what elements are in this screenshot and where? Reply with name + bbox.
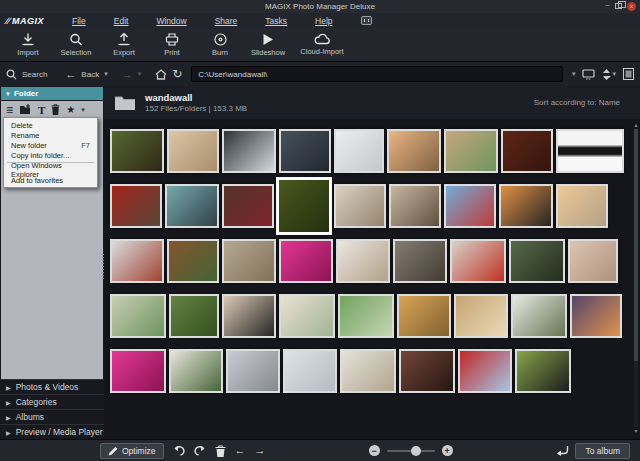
folder-panel-header[interactable]: ▼ Folder [1,87,103,100]
export-button[interactable]: Export [102,30,146,60]
photo-thumbnail[interactable] [458,349,512,393]
trash-icon[interactable] [215,445,226,457]
photo-thumbnail[interactable] [556,129,624,173]
delete-icon[interactable] [51,104,60,115]
photo-thumbnail[interactable] [165,184,219,228]
photo-thumbnail[interactable] [397,294,451,338]
scroll-down-icon[interactable]: ▼ [634,428,639,434]
photo-thumbnail[interactable] [399,349,455,393]
photo-thumbnail[interactable] [334,184,386,228]
photo-thumbnail[interactable] [222,184,274,228]
search-icon[interactable] [6,69,17,80]
cloud-import-button[interactable]: Cloud-Import [294,30,350,60]
menu-share[interactable]: Share [215,16,238,26]
photo-thumbnail[interactable] [279,294,335,338]
scrollbar-track[interactable] [634,129,638,427]
menu-help[interactable]: Help [315,16,332,26]
redo-icon[interactable] [194,445,206,456]
print-button[interactable]: Print [150,30,194,60]
path-input[interactable]: C:\User\wandawall\ [191,66,563,82]
sort-label[interactable]: Sort according to: Name [534,98,630,107]
rename-icon[interactable]: T [38,104,45,116]
close-button[interactable]: x [627,2,636,11]
section-photos-videos[interactable]: ▶ Photos & Videos [0,379,104,394]
slideshow-button[interactable]: Slideshow [246,30,290,60]
photo-thumbnail[interactable] [283,349,337,393]
back-label[interactable]: Back [81,70,99,79]
previous-icon[interactable]: ← [235,445,246,456]
photo-thumbnail[interactable] [169,294,219,338]
next-icon[interactable]: → [255,445,266,456]
photo-thumbnail[interactable] [222,294,276,338]
display-view-icon[interactable] [582,69,595,80]
photo-thumbnail[interactable] [334,129,384,173]
to-album-button[interactable]: To album [575,443,630,459]
photo-thumbnail[interactable] [501,129,553,173]
context-menu-open-windows-explorer[interactable]: Open Windows Explorer [4,165,97,175]
menu-icon[interactable]: ≡ [6,103,13,117]
undo-icon[interactable] [173,445,185,456]
scroll-up-icon[interactable]: ▲ [634,122,639,128]
photo-thumbnail[interactable] [454,294,508,338]
zoom-out-button[interactable]: − [369,445,380,456]
input-device-icon[interactable] [361,16,372,25]
panel-toggle-icon[interactable] [623,68,634,80]
photo-thumbnail[interactable] [279,129,331,173]
selection-button[interactable]: Selection [54,30,98,60]
optimize-button[interactable]: Optimize [100,443,164,459]
photo-thumbnail[interactable] [340,349,396,393]
sort-order-icon[interactable]: ▾ [602,69,616,80]
context-menu-delete[interactable]: Delete [4,120,97,130]
photo-thumbnail[interactable] [393,239,447,283]
photo-thumbnail[interactable] [110,184,162,228]
photo-thumbnail[interactable] [279,239,333,283]
context-menu-copy-into-folder[interactable]: Copy into folder... [4,150,97,160]
forward-history-chevron-icon[interactable]: ▾ [138,70,142,78]
section-categories[interactable]: ▶ Categories [0,394,104,409]
menu-window[interactable]: Window [156,16,186,26]
photo-thumbnail[interactable] [110,349,166,393]
photo-thumbnail[interactable] [511,294,567,338]
photo-thumbnail[interactable] [226,349,280,393]
photo-thumbnail[interactable] [387,129,441,173]
section-preview-media-player[interactable]: ▶ Preview / Media Player [0,424,104,439]
photo-thumbnail[interactable] [110,294,166,338]
photo-thumbnail[interactable] [222,129,276,173]
zoom-in-button[interactable]: + [442,445,453,456]
import-button[interactable]: Import [6,30,50,60]
photo-thumbnail[interactable] [515,349,571,393]
menu-edit[interactable]: Edit [114,16,129,26]
photo-thumbnail[interactable] [110,129,164,173]
photo-thumbnail[interactable] [444,184,496,228]
search-label[interactable]: Search [22,70,47,79]
more-chevron-icon[interactable]: ▾ [81,106,85,114]
photo-thumbnail[interactable] [444,129,498,173]
back-icon[interactable]: ← [65,69,76,80]
refresh-icon[interactable]: ↻ [172,68,182,80]
photo-thumbnail[interactable] [222,239,276,283]
photo-thumbnail[interactable] [499,184,553,228]
photo-thumbnail[interactable] [110,239,164,283]
photo-thumbnail[interactable] [570,294,622,338]
back-history-chevron-icon[interactable]: ▾ [104,70,108,78]
photo-thumbnail[interactable] [509,239,565,283]
scrollbar-thumb[interactable] [634,129,638,361]
favorite-star-icon[interactable]: ★ [66,104,75,115]
section-albums[interactable]: ▶ Albums [0,409,104,424]
minimize-button[interactable]: − [605,1,610,11]
photo-thumbnail[interactable] [568,239,618,283]
photo-thumbnail[interactable] [169,349,223,393]
zoom-slider-thumb[interactable] [411,446,421,456]
path-dropdown-chevron-icon[interactable]: ▾ [572,70,576,78]
new-folder-icon[interactable] [19,104,32,115]
photo-thumbnail[interactable] [450,239,506,283]
burn-button[interactable]: Burn [198,30,242,60]
photo-thumbnail-selected[interactable] [277,178,331,234]
zoom-slider[interactable] [387,450,435,452]
photo-thumbnail[interactable] [167,239,219,283]
forward-icon[interactable]: → [122,69,133,80]
context-menu-new-folder[interactable]: New folder F7 [4,140,97,150]
photo-thumbnail[interactable] [389,184,441,228]
photo-thumbnail[interactable] [338,294,394,338]
vertical-scrollbar[interactable]: ▲ ▼ [633,122,639,434]
